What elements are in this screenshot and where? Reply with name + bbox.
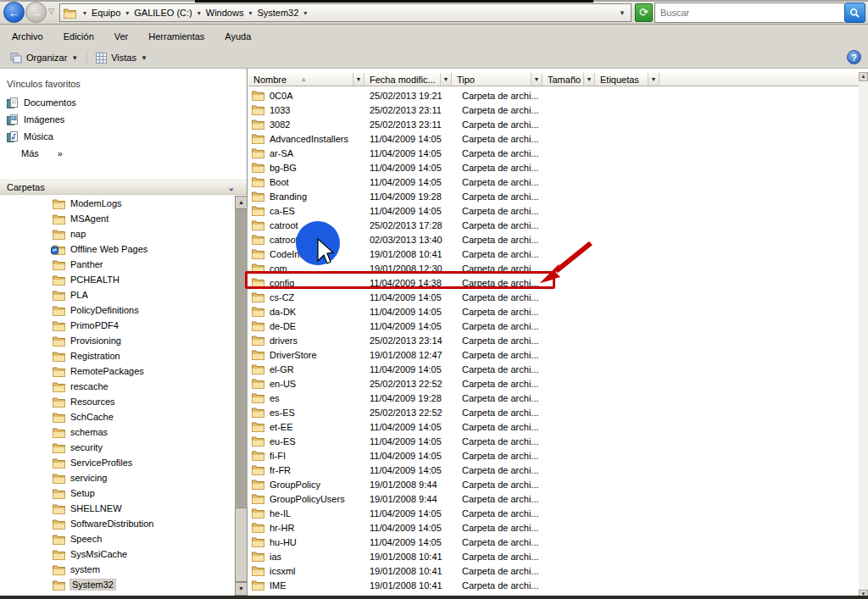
column-header-fecha[interactable]: Fecha modific... ▼ (364, 73, 452, 86)
table-row[interactable]: he-IL 11/04/2009 14:05 Carpeta de archi.… (248, 506, 860, 520)
folder-tree-item[interactable]: ⇄ PolicyDefinitions (0, 302, 235, 318)
column-header-tamano[interactable]: Tamaño ▼ (542, 73, 595, 86)
menu-ayuda[interactable]: Ayuda (216, 29, 259, 44)
sidebar-item-imagenes[interactable]: Imágenes (0, 111, 247, 128)
table-row[interactable]: 0C0A 25/02/2013 19:21 Carpeta de archi..… (248, 88, 860, 103)
views-button[interactable]: Vistas ▼ (91, 51, 153, 65)
table-row[interactable]: fi-FI 11/04/2009 14:05 Carpeta de archi.… (248, 448, 860, 463)
column-filter-dropdown-icon[interactable]: ▼ (531, 73, 542, 86)
folder-tree-item[interactable]: ⇄ RemotePackages (0, 363, 235, 379)
table-row[interactable]: ca-ES 11/04/2009 14:05 Carpeta de archi.… (248, 203, 860, 218)
folder-tree-item[interactable]: ⇄ security (0, 440, 235, 455)
table-row[interactable]: et-EE 11/04/2009 14:05 Carpeta de archi.… (248, 419, 860, 434)
folder-tree-item[interactable]: ⇄ ModemLogs (0, 196, 235, 211)
column-header-tipo[interactable]: Tipo ▼ (452, 73, 542, 86)
menu-ver[interactable]: Ver (106, 29, 137, 44)
table-row[interactable]: Boot 11/04/2009 14:05 Carpeta de archi..… (248, 175, 860, 189)
table-row[interactable]: icsxml 19/01/2008 10:41 Carpeta de archi… (248, 563, 860, 578)
breadcrumb-segment-equipo[interactable]: Equipo (91, 8, 121, 18)
folder-tree-item[interactable]: ⇄ SchCache (0, 409, 235, 424)
folder-tree-item[interactable]: ⇄ Panther (0, 257, 235, 272)
sidebar-item-musica[interactable]: Música (0, 128, 247, 145)
folder-tree-item[interactable]: ⇄ System32 (0, 577, 235, 592)
folder-tree-item[interactable]: ⇄ SysMsiCache (0, 546, 235, 562)
table-row[interactable]: hu-HU 11/04/2009 14:05 Carpeta de archi.… (248, 535, 860, 549)
breadcrumb-segment-drive[interactable]: GALILEO (C:) (133, 8, 192, 18)
table-row[interactable]: cs-CZ 11/04/2009 14:05 Carpeta de archi.… (248, 290, 860, 304)
table-row[interactable]: es-ES 25/02/2013 22:52 Carpeta de archi.… (248, 405, 860, 419)
scroll-up-icon[interactable]: ▲ (859, 72, 868, 81)
table-row[interactable]: en-US 25/02/2013 22:52 Carpeta de archi.… (248, 376, 860, 391)
refresh-button[interactable]: ⟳ (635, 3, 653, 22)
folder-tree-item[interactable]: ⇄ Resources (0, 394, 235, 409)
address-history-dropdown-icon[interactable]: ▼ (619, 9, 627, 17)
forward-button[interactable]: → (25, 2, 47, 23)
folder-tree-item[interactable]: ⇄ servicing (0, 470, 235, 485)
breadcrumb-segment-system32[interactable]: System32 (256, 8, 299, 18)
table-row[interactable]: catroot 25/02/2013 17:28 Carpeta de arch… (248, 218, 860, 232)
table-row[interactable]: hr-HR 11/04/2009 14:05 Carpeta de archi.… (248, 520, 860, 535)
table-row[interactable]: drivers 25/02/2013 23:14 Carpeta de arch… (248, 333, 860, 347)
folder-tree-item[interactable]: ⇄ ServiceProfiles (0, 455, 235, 470)
folders-band[interactable]: Carpetas ⌄ (0, 180, 247, 195)
table-row[interactable]: Branding 11/04/2009 19:28 Carpeta de arc… (248, 189, 860, 203)
menu-herramientas[interactable]: Herramientas (140, 29, 213, 44)
search-input[interactable] (655, 3, 844, 22)
folder-tree-item[interactable]: ⇄ nap (0, 226, 235, 241)
table-row[interactable]: GroupPolicy 19/01/2008 9:44 Carpeta de a… (248, 477, 860, 491)
menu-edicion[interactable]: Edición (55, 29, 103, 44)
table-row[interactable]: ar-SA 11/04/2009 14:05 Carpeta de archi.… (248, 146, 860, 160)
back-button[interactable]: ← (3, 2, 25, 23)
list-scrollbar[interactable]: ▲ ▼ (859, 72, 868, 599)
scrollbar-thumb[interactable] (235, 507, 248, 582)
table-row[interactable]: eu-ES 11/04/2009 14:05 Carpeta de archi.… (248, 434, 860, 448)
scroll-up-icon[interactable]: ▲ (235, 196, 248, 209)
table-row[interactable]: bg-BG 11/04/2009 14:05 Carpeta de archi.… (248, 160, 860, 175)
organize-button[interactable]: Organizar ▼ (5, 51, 83, 65)
column-filter-dropdown-icon[interactable]: ▼ (440, 73, 451, 86)
folder-tree-item[interactable]: ⇄ Provisioning (0, 333, 235, 348)
table-row[interactable]: fr-FR 11/04/2009 14:05 Carpeta de archi.… (248, 463, 860, 477)
table-row[interactable]: es 11/04/2009 19:28 Carpeta de archi... (248, 391, 860, 405)
column-filter-dropdown-icon[interactable]: ▼ (353, 73, 364, 86)
column-filter-dropdown-icon[interactable]: ▼ (583, 73, 594, 86)
folder-tree-item[interactable]: ⇄ MSAgent (0, 211, 235, 226)
table-row[interactable]: GroupPolicyUsers 19/01/2008 9:44 Carpeta… (248, 491, 860, 506)
breadcrumb-segment-windows[interactable]: Windows (205, 8, 245, 18)
table-row[interactable]: da-DK 11/04/2009 14:05 Carpeta de archi.… (248, 304, 860, 319)
menu-archivo[interactable]: Archivo (3, 29, 52, 44)
folder-tree-item[interactable]: ⇄ system (0, 562, 235, 577)
folder-tree-item[interactable]: ⇄ PrimoPDF4 (0, 318, 235, 333)
folder-tree-item[interactable]: ⇄ Offline Web Pages (0, 241, 235, 257)
folder-tree-item[interactable]: ⇄ PLA (0, 287, 235, 302)
folder-tree-item[interactable]: ⇄ SoftwareDistribution (0, 516, 235, 531)
table-row[interactable]: ias 19/01/2008 10:41 Carpeta de archi... (248, 549, 860, 563)
scroll-down-icon[interactable]: ▼ (235, 582, 248, 596)
folder-tree-item[interactable]: ⇄ PCHEALTH (0, 272, 235, 287)
table-row[interactable]: de-DE 11/04/2009 14:05 Carpeta de archi.… (248, 319, 860, 333)
search-button[interactable] (844, 3, 865, 23)
column-filter-dropdown-icon[interactable]: ▼ (648, 73, 659, 86)
help-button[interactable]: ? (847, 50, 861, 64)
table-row[interactable]: AdvancedInstallers 11/04/2009 14:05 Carp… (248, 131, 860, 146)
folder-tree-item[interactable]: ⇄ Setup (0, 485, 235, 501)
folder-tree-item[interactable]: ⇄ Speech (0, 531, 235, 546)
recent-pages-chevron-icon[interactable]: ▽ (48, 7, 54, 15)
chevron-down-icon[interactable]: ⌄ (228, 183, 235, 192)
folder-tree-item[interactable]: ⇄ rescache (0, 379, 235, 394)
table-row[interactable]: catroot2 02/03/2013 13:40 Carpeta de arc… (248, 232, 860, 247)
breadcrumb[interactable]: ▾ Equipo ▾ GALILEO (C:) ▾ Windows ▾ Syst… (59, 3, 632, 22)
folder-tree-item[interactable]: ⇄ schemas (0, 424, 235, 440)
table-row[interactable]: CodeIntegrity 19/01/2008 10:41 Carpeta d… (248, 247, 860, 261)
table-row[interactable]: DriverStore 19/01/2008 12:47 Carpeta de … (248, 347, 860, 362)
sidebar-item-documentos[interactable]: Documentos (0, 94, 247, 111)
sidebar-item-more[interactable]: Más » (0, 145, 247, 162)
table-row[interactable]: el-GR 11/04/2009 14:05 Carpeta de archi.… (248, 362, 860, 376)
table-row[interactable]: IME 19/01/2008 10:41 Carpeta de archi... (248, 578, 860, 592)
tree-scrollbar[interactable]: ▲ ▼ (235, 196, 248, 596)
folder-tree-item[interactable]: ⇄ Registration (0, 348, 235, 363)
column-header-etiquetas[interactable]: Etiquetas ▼ (595, 73, 659, 86)
folder-tree-item[interactable]: ⇄ SHELLNEW (0, 501, 235, 516)
column-header-nombre[interactable]: Nombre ▲ ▼ (248, 73, 364, 86)
table-row[interactable]: 1033 25/02/2013 23:11 Carpeta de archi..… (248, 103, 860, 117)
